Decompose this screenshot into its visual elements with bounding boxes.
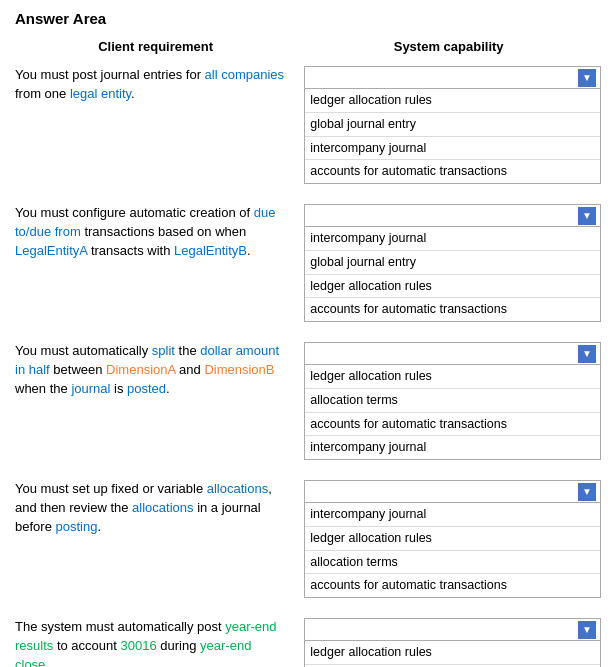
capability-cell-1: ▼ledger allocation rulesglobal journal e… — [296, 62, 601, 200]
table-row: You must post journal entries for all co… — [15, 62, 601, 200]
client-cell-1: You must post journal entries for all co… — [15, 62, 296, 200]
dropdown-wrapper: ▼intercompany journalglobal journal entr… — [304, 204, 601, 322]
highlight-blue-text: allocations — [207, 481, 268, 496]
capability-cell-3: ▼ledger allocation rulesallocation terms… — [296, 338, 601, 476]
dropdown-header: ▼ — [305, 343, 600, 365]
dropdown-option[interactable]: accounts for automatic transactions — [305, 413, 600, 437]
col1-header: Client requirement — [15, 39, 296, 62]
dropdown-option[interactable]: accounts for automatic transactions — [305, 298, 600, 321]
dropdown-header: ▼ — [305, 481, 600, 503]
dropdown-option[interactable]: intercompany journal — [305, 436, 600, 459]
dropdown-option[interactable]: allocation terms — [305, 551, 600, 575]
table-row: You must configure automatic creation of… — [15, 200, 601, 338]
dropdown-option[interactable]: intercompany journal — [305, 137, 600, 161]
dropdown-option[interactable]: ledger allocation rules — [305, 365, 600, 389]
dropdown-option[interactable]: accounts for automatic transactions — [305, 574, 600, 597]
dropdown-option[interactable]: intercompany journal — [305, 503, 600, 527]
highlight-blue-text: LegalEntityB — [174, 243, 247, 258]
dropdown-wrapper: ▼ledger allocation rulesallocation terms… — [304, 618, 601, 667]
dropdown-header: ▼ — [305, 205, 600, 227]
dropdown-option[interactable]: global journal entry — [305, 251, 600, 275]
highlight-orange-text: DimensionB — [204, 362, 274, 377]
dropdown-option[interactable]: accounts for automatic transactions — [305, 160, 600, 183]
dropdown-header: ▼ — [305, 67, 600, 89]
dropdown-arrow[interactable]: ▼ — [578, 483, 596, 501]
highlight-blue-text: posted — [127, 381, 166, 396]
client-cell-3: You must automatically split the dollar … — [15, 338, 296, 476]
highlight-blue-text: allocations — [132, 500, 193, 515]
dropdown-option[interactable]: ledger allocation rules — [305, 275, 600, 299]
dropdown-arrow[interactable]: ▼ — [578, 345, 596, 363]
dropdown-option[interactable]: ledger allocation rules — [305, 641, 600, 665]
highlight-green-text: 30016 — [121, 638, 157, 653]
highlight-blue-text: posting — [55, 519, 97, 534]
highlight-blue-text: all companies — [205, 67, 285, 82]
dropdown-option[interactable]: ledger allocation rules — [305, 89, 600, 113]
dropdown-options: intercompany journalledger allocation ru… — [305, 503, 600, 597]
dropdown-wrapper: ▼ledger allocation rulesglobal journal e… — [304, 66, 601, 184]
capability-cell-5: ▼ledger allocation rulesallocation terms… — [296, 614, 601, 667]
client-cell-4: You must set up fixed or variable alloca… — [15, 476, 296, 614]
page-title: Answer Area — [15, 10, 601, 27]
table-row: You must automatically split the dollar … — [15, 338, 601, 476]
dropdown-options: ledger allocation rulesallocation termsa… — [305, 365, 600, 459]
dropdown-options: ledger allocation rulesglobal journal en… — [305, 89, 600, 183]
dropdown-arrow[interactable]: ▼ — [578, 69, 596, 87]
highlight-blue-text: legal entity — [70, 86, 131, 101]
dropdown-options: ledger allocation rulesallocation termsa… — [305, 641, 600, 667]
capability-cell-4: ▼intercompany journalledger allocation r… — [296, 476, 601, 614]
capability-cell-2: ▼intercompany journalglobal journal entr… — [296, 200, 601, 338]
highlight-blue-text: LegalEntityA — [15, 243, 87, 258]
table-row: You must set up fixed or variable alloca… — [15, 476, 601, 614]
dropdown-wrapper: ▼intercompany journalledger allocation r… — [304, 480, 601, 598]
highlight-blue-text: split — [152, 343, 175, 358]
client-cell-2: You must configure automatic creation of… — [15, 200, 296, 338]
highlight-orange-text: DimensionA — [106, 362, 175, 377]
dropdown-option[interactable]: allocation terms — [305, 389, 600, 413]
dropdown-option[interactable]: global journal entry — [305, 113, 600, 137]
col2-header: System capability — [296, 39, 601, 62]
dropdown-options: intercompany journalglobal journal entry… — [305, 227, 600, 321]
dropdown-wrapper: ▼ledger allocation rulesallocation terms… — [304, 342, 601, 460]
highlight-blue-text: journal — [71, 381, 110, 396]
dropdown-arrow[interactable]: ▼ — [578, 207, 596, 225]
dropdown-option[interactable]: intercompany journal — [305, 227, 600, 251]
dropdown-option[interactable]: ledger allocation rules — [305, 527, 600, 551]
table-row: The system must automatically post year-… — [15, 614, 601, 667]
highlight-blue-text: due to/due from — [15, 205, 275, 239]
dropdown-arrow[interactable]: ▼ — [578, 621, 596, 639]
dropdown-header: ▼ — [305, 619, 600, 641]
client-cell-5: The system must automatically post year-… — [15, 614, 296, 667]
